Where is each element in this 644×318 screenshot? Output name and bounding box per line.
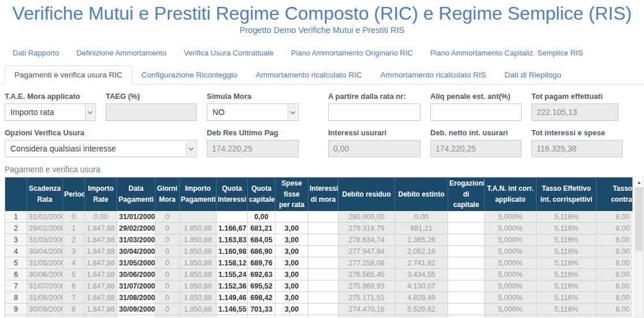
cell-data-pagamenti[interactable]: 31/01/2000 <box>117 211 155 223</box>
cell-interessi-mora[interactable] <box>308 269 338 280</box>
cell-giorni-mora: 0 <box>155 292 180 304</box>
tab-ammortamento-ricalcolato-ric[interactable]: Ammortamento ricalcolato RIC <box>247 66 371 84</box>
cell-erogazioni[interactable] <box>448 280 485 292</box>
cell-erogazioni[interactable] <box>448 315 485 317</box>
cell-spese-fisse[interactable]: 3,00 <box>276 257 308 269</box>
cell-erogazioni[interactable] <box>448 304 485 315</box>
cell-data-pagamenti[interactable]: 31/03/2000 <box>117 234 155 246</box>
cell-tasso-effettivo: 5,116% <box>537 234 597 246</box>
cell-giorni-mora: 0 <box>155 223 180 234</box>
cell-quota-capitale[interactable]: 704,25 <box>248 315 276 317</box>
cell-quota-capitale[interactable]: 692,63 <box>248 269 276 280</box>
cell-quota-capitale[interactable]: 686,90 <box>248 246 276 257</box>
cell-spese-fisse[interactable] <box>276 211 308 223</box>
cell-interessi-mora[interactable] <box>308 257 338 269</box>
table-vertical-scrollbar[interactable]: ▲ <box>634 177 644 317</box>
cell-erogazioni[interactable] <box>448 292 485 304</box>
cell-interessi-mora[interactable] <box>308 234 338 246</box>
cell-data-pagamenti[interactable]: 30/06/2000 <box>117 269 155 280</box>
simula-mora-select[interactable]: NO <box>207 103 299 121</box>
opzioni-usura-select[interactable]: Considera qualsiasi interesse <box>5 140 197 157</box>
cell-quota-interessi[interactable]: 1.160,98 <box>217 246 248 257</box>
nav-tab-verifica-usura-contrattuale[interactable]: Verifica Usura Contrattuale <box>184 49 273 58</box>
tae-mora-select[interactable]: Importo rata <box>5 103 96 121</box>
cell-data-pagamenti[interactable]: 30/09/2000 <box>117 304 155 315</box>
cell-rownum: 7 <box>5 280 27 292</box>
cell-quota-capitale[interactable]: 695,52 <box>248 280 276 292</box>
nav-tab-piano-ammortamento-originario-ric[interactable]: Piano Ammortamento Originario RIC <box>291 49 413 58</box>
cell-erogazioni[interactable] <box>448 211 485 223</box>
select-arrow-button[interactable] <box>186 141 196 156</box>
nav-tab-piano-ammortamento-capitaliz-semplice-ris[interactable]: Piano Ammortamento Capitaliz. Semplice R… <box>430 49 583 58</box>
cell-spese-fisse[interactable]: 3,00 <box>276 315 308 317</box>
cell-quota-interessi[interactable] <box>217 211 248 223</box>
cell-spese-fisse[interactable]: 3,00 <box>276 234 308 246</box>
nav-tab-definizione-ammortamento[interactable]: Definizione Ammortamento <box>76 49 166 58</box>
cell-importo-pagamenti: 1.850,88 <box>180 315 217 317</box>
cell-interessi-mora[interactable] <box>308 223 338 234</box>
cell-importo-rate: 1.847,88 <box>85 257 117 269</box>
cell-quota-interessi[interactable]: 1.143,63 <box>217 315 248 317</box>
cell-quota-interessi[interactable]: 1.155,24 <box>217 269 248 280</box>
cell-spese-fisse[interactable]: 3,00 <box>276 269 308 280</box>
cell-interessi-mora[interactable] <box>308 246 338 257</box>
cell-debito-residuo: 279.318,79 <box>338 223 395 234</box>
cell-data-pagamenti[interactable]: 31/10/2000 <box>117 315 155 317</box>
cell-interessi-mora[interactable] <box>308 292 338 304</box>
cell-quota-interessi[interactable]: 1.163,83 <box>217 234 248 246</box>
cell-erogazioni[interactable] <box>448 246 485 257</box>
cell-quota-interessi[interactable]: 1.158,12 <box>217 257 248 269</box>
tab-configurazione-riconteggio[interactable]: Configurazione Riconteggio <box>132 66 247 84</box>
cell-tasso-effettivo: 5,116% <box>537 304 597 315</box>
tab-ammortamento-ricalcolato-ris[interactable]: Ammortamento ricalcolato RIS <box>371 66 496 84</box>
cell-quota-interessi[interactable]: 1.149,46 <box>217 292 248 304</box>
cell-quota-capitale[interactable]: 684,05 <box>248 234 276 246</box>
scrollbar-thumb[interactable] <box>635 187 643 251</box>
cell-importo-pagamenti: 1.850,88 <box>180 304 217 315</box>
cell-quota-interessi[interactable]: 1.166,67 <box>217 223 248 234</box>
tab-pagamenti-e-verifica-usura-ric[interactable]: Pagamenti e verifica usura RIC <box>5 65 132 84</box>
aliq-penale-input[interactable] <box>430 103 522 121</box>
cell-quota-interessi[interactable]: 1.146,55 <box>217 304 248 315</box>
cell-quota-capitale[interactable]: 689,76 <box>248 257 276 269</box>
cell-interessi-mora[interactable] <box>308 315 338 317</box>
cell-data-pagamenti[interactable]: 31/05/2000 <box>117 257 155 269</box>
field-label-tot-pagam: Tot pagam effettuati <box>531 92 619 101</box>
cell-spese-fisse[interactable]: 3,00 <box>276 304 308 315</box>
cell-data-pagamenti[interactable]: 31/07/2000 <box>117 280 155 292</box>
col-header-tasso-effettivo: Tasso Effettivo int. corrispettivi <box>537 178 597 211</box>
cell-interessi-mora[interactable] <box>308 280 338 292</box>
cell-erogazioni[interactable] <box>448 223 485 234</box>
cell-debito-residuo: 277.258,08 <box>338 257 395 269</box>
cell-erogazioni[interactable] <box>448 269 485 280</box>
cell-interessi-mora[interactable] <box>308 211 338 223</box>
cell-interessi-mora[interactable] <box>308 304 338 315</box>
cell-quota-capitale[interactable]: 698,42 <box>248 292 276 304</box>
scroll-up-arrow-icon[interactable]: ▲ <box>635 178 643 187</box>
table-row: 430/04/200031.847,8830/04/200001.850,881… <box>5 246 633 257</box>
select-arrow-button[interactable] <box>288 105 297 120</box>
payments-table-clip: Scadenza RataPeriodoImporto RateData Pag… <box>5 177 632 317</box>
nav-tab-dati-rapporto[interactable]: Dati Rapporto <box>13 49 59 58</box>
cell-data-pagamenti[interactable]: 29/02/2000 <box>117 223 155 234</box>
cell-quota-capitale[interactable]: 701,33 <box>248 304 276 315</box>
select-arrow-button[interactable] <box>85 105 95 120</box>
cell-erogazioni[interactable] <box>448 257 485 269</box>
cell-quota-capitale[interactable]: 681,21 <box>248 223 276 234</box>
cell-quota-interessi[interactable]: 1.152,36 <box>217 280 248 292</box>
cell-data-pagamenti[interactable]: 30/04/2000 <box>117 246 155 257</box>
cell-quota-capitale[interactable]: 0,00 <box>248 211 276 223</box>
cell-spese-fisse[interactable]: 3,00 <box>276 280 308 292</box>
field-label-taeg: TAEG (%) <box>106 92 197 101</box>
cell-tan: 5,000% <box>485 257 537 269</box>
rata-nr-input[interactable] <box>328 103 420 121</box>
field-label-aliq-penale: Aliq penale est. ant(%) <box>430 92 522 101</box>
cell-spese-fisse[interactable]: 3,00 <box>276 223 308 234</box>
cell-erogazioni[interactable] <box>448 234 485 246</box>
cell-debito-estinto: 4.828,49 <box>395 292 448 304</box>
cell-spese-fisse[interactable]: 3,00 <box>276 246 308 257</box>
tab-dati-di-riepilogo[interactable]: Dati di Riepilogo <box>496 66 571 84</box>
cell-spese-fisse[interactable]: 3,00 <box>276 292 308 304</box>
cell-tasso-effettivo: 5,116% <box>537 246 597 257</box>
cell-data-pagamenti[interactable]: 31/08/2000 <box>117 292 155 304</box>
